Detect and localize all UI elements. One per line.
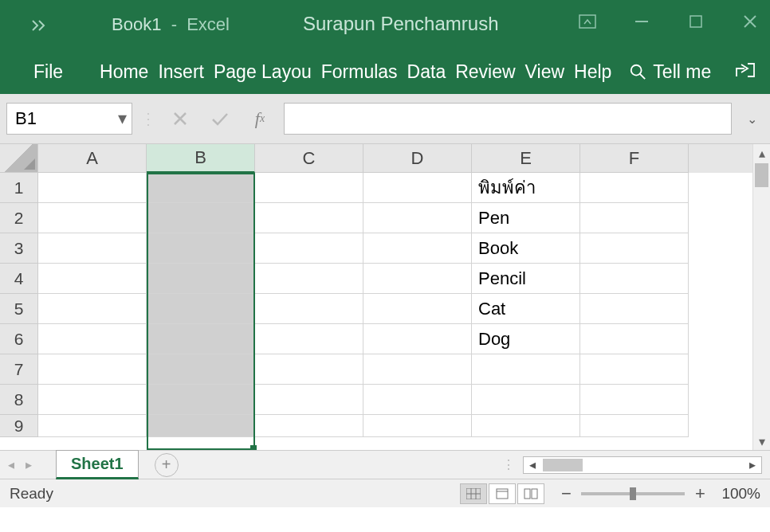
row-header[interactable]: 1 [0, 173, 38, 203]
cell-F2[interactable] [580, 203, 689, 233]
cell-B1[interactable] [147, 173, 255, 203]
zoom-in-button[interactable]: + [693, 483, 707, 504]
horizontal-scrollbar[interactable]: ◂ ▸ [523, 456, 762, 474]
grip-icon[interactable]: ⋮ [502, 457, 513, 472]
expand-formula-icon[interactable]: ⌄ [740, 111, 764, 127]
cell-C8[interactable] [255, 385, 363, 415]
cell-F1[interactable] [580, 173, 689, 203]
cell-F9[interactable] [580, 415, 689, 437]
cell-C5[interactable] [255, 294, 363, 324]
add-sheet-button[interactable]: + [155, 453, 179, 477]
page-break-view-button[interactable] [517, 483, 544, 504]
cell-B7[interactable] [147, 354, 255, 385]
column-header-D[interactable]: D [363, 144, 472, 173]
cell-A3[interactable] [38, 233, 147, 264]
cell-E6[interactable]: Dog [472, 324, 580, 354]
column-header-A[interactable]: A [38, 144, 147, 173]
tab-insert[interactable]: Insert [153, 53, 209, 91]
normal-view-button[interactable] [460, 483, 487, 504]
zoom-handle[interactable] [630, 487, 636, 500]
column-header-B[interactable]: B [147, 144, 255, 173]
cell-A6[interactable] [38, 324, 147, 354]
cell-C6[interactable] [255, 324, 363, 354]
cell-D9[interactable] [363, 415, 472, 437]
maximize-button[interactable] [684, 10, 708, 33]
row-header[interactable]: 3 [0, 233, 38, 264]
cell-E4[interactable]: Pencil [472, 264, 580, 294]
cell-A4[interactable] [38, 264, 147, 294]
tab-data[interactable]: Data [403, 53, 451, 91]
formula-input[interactable] [284, 103, 732, 135]
cell-B8[interactable] [147, 385, 255, 415]
page-layout-view-button[interactable] [489, 483, 516, 504]
cell-E1[interactable]: พิมพ์ค่า [472, 173, 580, 203]
chevron-down-icon[interactable]: ▾ [118, 108, 127, 129]
cell-D4[interactable] [363, 264, 472, 294]
tab-review[interactable]: Review [450, 53, 520, 91]
close-button[interactable] [738, 10, 762, 33]
scroll-left-icon[interactable]: ◂ [524, 457, 541, 472]
cell-A7[interactable] [38, 354, 147, 385]
cell-A1[interactable] [38, 173, 147, 203]
zoom-level[interactable]: 100% [721, 485, 760, 503]
name-box[interactable]: B1 ▾ [6, 103, 132, 135]
cell-D3[interactable] [363, 233, 472, 264]
cell-D6[interactable] [363, 324, 472, 354]
scroll-up-icon[interactable]: ▴ [753, 144, 770, 162]
cell-A5[interactable] [38, 294, 147, 324]
scroll-right-icon[interactable]: ▸ [744, 457, 761, 472]
cell-B5[interactable] [147, 294, 255, 324]
cell-E3[interactable]: Book [472, 233, 580, 264]
cell-C7[interactable] [255, 354, 363, 385]
row-header[interactable]: 7 [0, 354, 38, 385]
row-header[interactable]: 5 [0, 294, 38, 324]
tab-help[interactable]: Help [569, 53, 616, 91]
cell-A8[interactable] [38, 385, 147, 415]
cell-D5[interactable] [363, 294, 472, 324]
vertical-scrollbar[interactable]: ▴ ▾ [752, 144, 770, 450]
column-header-E[interactable]: E [472, 144, 580, 173]
cell-A2[interactable] [38, 203, 147, 233]
cell-B3[interactable] [147, 233, 255, 264]
scroll-thumb[interactable] [755, 163, 768, 187]
cell-E5[interactable]: Cat [472, 294, 580, 324]
cell-F6[interactable] [580, 324, 689, 354]
cell-D8[interactable] [363, 385, 472, 415]
cell-F7[interactable] [580, 354, 689, 385]
row-header[interactable]: 6 [0, 324, 38, 354]
select-all-button[interactable] [0, 144, 38, 173]
cell-C9[interactable] [255, 415, 363, 437]
cell-F8[interactable] [580, 385, 689, 415]
row-header[interactable]: 8 [0, 385, 38, 415]
cell-F3[interactable] [580, 233, 689, 264]
tab-page-layout[interactable]: Page Layou [209, 53, 316, 91]
cell-C4[interactable] [255, 264, 363, 294]
cell-C1[interactable] [255, 173, 363, 203]
qat-expand-icon[interactable] [32, 20, 46, 31]
cell-B2[interactable] [147, 203, 255, 233]
sheet-prev-icon[interactable]: ◂ [8, 457, 14, 472]
sheet-tab-active[interactable]: Sheet1 [56, 450, 139, 479]
enter-formula-button[interactable] [204, 103, 236, 135]
sheet-next-icon[interactable]: ▸ [26, 457, 32, 472]
tell-me-search[interactable]: Tell me [624, 53, 716, 91]
cell-C2[interactable] [255, 203, 363, 233]
tab-formulas[interactable]: Formulas [316, 53, 403, 91]
scroll-down-icon[interactable]: ▾ [753, 432, 770, 450]
column-header-C[interactable]: C [255, 144, 363, 173]
cell-D7[interactable] [363, 354, 472, 385]
insert-function-button[interactable]: fx [244, 103, 276, 135]
cell-E9[interactable] [472, 415, 580, 437]
zoom-out-button[interactable]: − [559, 483, 573, 504]
tab-file[interactable]: File [29, 53, 68, 91]
cell-F4[interactable] [580, 264, 689, 294]
cell-B6[interactable] [147, 324, 255, 354]
share-button[interactable] [733, 61, 756, 83]
column-header-F[interactable]: F [580, 144, 689, 173]
cancel-formula-button[interactable] [164, 103, 196, 135]
cell-E7[interactable] [472, 354, 580, 385]
minimize-button[interactable] [630, 10, 654, 33]
cell-D1[interactable] [363, 173, 472, 203]
hscroll-thumb[interactable] [543, 459, 583, 471]
cell-E2[interactable]: Pen [472, 203, 580, 233]
